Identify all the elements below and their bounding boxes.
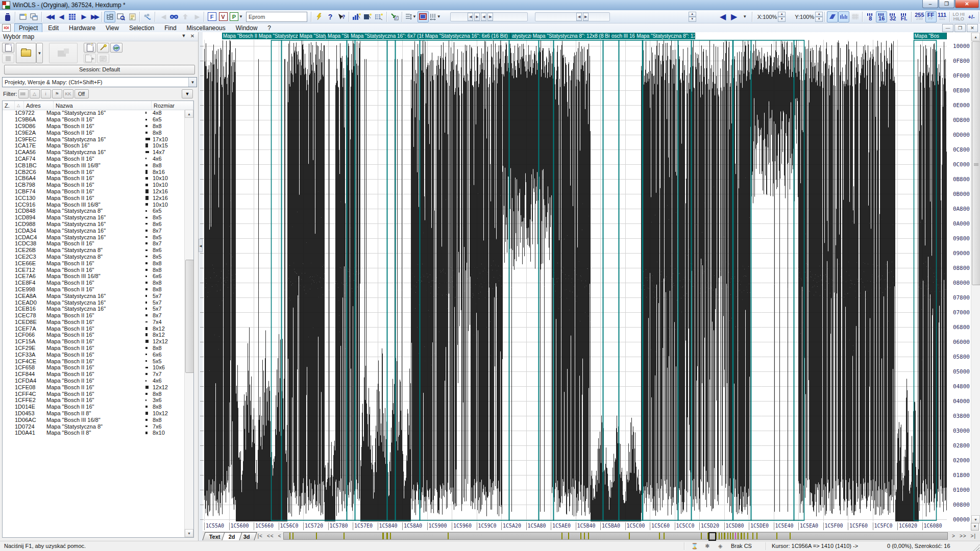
- scroll-down-icon[interactable]: ▼: [185, 529, 193, 537]
- map-list-row[interactable]: 1C9B6AMapa "Bosch II 16"6x5: [3, 116, 184, 123]
- context-help-icon[interactable]: ?: [336, 11, 347, 22]
- scope-dropdown[interactable]: Projekty, Wersje & Mapy: (Ctrl+Shift+F) …: [2, 77, 197, 87]
- map-band-segment[interactable]: Mapa "Statystyczna 16": 6x6 (16 Bit): [424, 33, 511, 39]
- map-list-row[interactable]: 1CBF74Mapa "Bosch II 16"12x16: [3, 188, 184, 195]
- list-scrollbar-thumb[interactable]: [185, 260, 194, 373]
- hexdump-view-icon[interactable]: [127, 11, 138, 22]
- eprom-input[interactable]: [247, 12, 307, 21]
- map-band-segment[interactable]: Mapa "Bosch III: [222, 33, 258, 39]
- duplicate-window-icon[interactable]: [29, 11, 40, 22]
- map-list-row[interactable]: 1CAA56Mapa "Statystyczna 16"14x7: [3, 149, 184, 156]
- vertical-scrollbar-thumb[interactable]: [972, 41, 980, 285]
- overview-view-indicator[interactable]: [708, 532, 716, 541]
- map-list-row[interactable]: 1CDA34Mapa "Statystyczna 16"8x7: [3, 227, 184, 234]
- menu-project[interactable]: Project: [14, 23, 42, 33]
- hp-maps-button[interactable]: HP: [110, 43, 122, 53]
- 2d-view-icon[interactable]: [827, 11, 838, 22]
- split-window-icon[interactable]: [418, 11, 429, 22]
- map-list-row[interactable]: 1CFDA4Mapa "Bosch II 16"4x6: [3, 378, 184, 384]
- slider-right-handle[interactable]: ▶: [583, 13, 589, 21]
- last-version-icon[interactable]: ▶▶: [89, 11, 100, 22]
- map-band-segment[interactable]: atystyczr: [511, 33, 532, 39]
- map-list-row[interactable]: 1CE2C3Mapa "Statystyczna 8"8x5: [3, 254, 184, 260]
- panel-close-icon[interactable]: ✕: [188, 33, 197, 40]
- minimize-button[interactable]: –: [922, 0, 938, 8]
- menu-find[interactable]: Find: [160, 23, 181, 33]
- row-height-icon[interactable]: ▼: [404, 11, 418, 22]
- map-list-row[interactable]: 1D06ACMapa "Bosch III 16/8"8x8: [3, 416, 184, 423]
- scroll-up-icon[interactable]: ▲: [185, 110, 193, 118]
- mdi-minimize-button[interactable]: —: [942, 24, 953, 32]
- map-list-row[interactable]: 1CB1BCMapa "Bosch III 16/8"8x8: [3, 162, 184, 168]
- map-list-row[interactable]: 1CE8F4Mapa "Bosch II 16"8x8: [3, 280, 184, 286]
- stop-button[interactable]: [2, 54, 14, 63]
- byte-order-button[interactable]: LO HIHILO: [952, 11, 966, 22]
- filter-delta-icon[interactable]: △: [30, 89, 40, 98]
- map-list-row[interactable]: 1CB798Mapa "Bosch II 16"10x10: [3, 182, 184, 188]
- map-list-row[interactable]: 1CB2C6Mapa "Bosch II 16"8x16: [3, 168, 184, 175]
- map-list-row[interactable]: 1CF15AMapa "Bosch II 16"12x12: [3, 338, 184, 345]
- menu-window[interactable]: Window: [231, 23, 262, 33]
- map-band-segment[interactable]: Mapa "Bos: [914, 33, 947, 39]
- map-list-row[interactable]: 1CD848Mapa "Statystyczna 8"6x5: [3, 208, 184, 214]
- map-list-row[interactable]: 1CF4CEMapa "Bosch II 16"5x5: [3, 358, 184, 364]
- map-band-segment[interactable]: osch III 16/8: [610, 33, 635, 39]
- scroll-down-icon[interactable]: ▼: [971, 515, 980, 523]
- forward-icon[interactable]: ▶: [191, 11, 202, 22]
- search-binoculars-icon[interactable]: [168, 11, 180, 22]
- map-properties-button[interactable]: [97, 54, 109, 63]
- project-jar-icon[interactable]: [2, 11, 13, 22]
- curve-view-icon[interactable]: [838, 11, 849, 22]
- map-list-row[interactable]: 1C9FECMapa "Statystyczna 16"17x10: [3, 136, 184, 142]
- map-list-row[interactable]: 1CE66EMapa "Bosch II 16"8x8: [3, 260, 184, 266]
- filter-f-icon[interactable]: F: [206, 11, 217, 22]
- menu-selection[interactable]: Selection: [125, 23, 159, 33]
- new-window-icon[interactable]: [17, 11, 29, 22]
- filter-flag-icon[interactable]: ⚑: [52, 89, 62, 98]
- map-wizard-dark-icon[interactable]: [362, 11, 374, 22]
- map-wizard-cancel-icon[interactable]: [374, 11, 385, 22]
- hex-view-button[interactable]: FFFF: [925, 11, 937, 22]
- close-button[interactable]: ✕: [955, 0, 979, 8]
- map-list-row[interactable]: 1CFF4CMapa "Bosch II 16"8x8: [3, 390, 184, 397]
- map-list-row[interactable]: 1CFE08Mapa "Bosch II 16"12x12: [3, 384, 184, 390]
- diff-options-icon[interactable]: ▼: [739, 11, 750, 22]
- map-band-segment[interactable]: Mapa "Statystyczna 16": 6x7 (16 E: [350, 33, 424, 39]
- map-list-row[interactable]: 1CEF7AMapa "Bosch II 16"8x12: [3, 325, 184, 332]
- map-list-row[interactable]: 1CB6A4Mapa "Bosch II 16"10x10: [3, 175, 184, 182]
- import-data-icon[interactable]: [313, 11, 325, 22]
- offset-slider[interactable]: ◀ ▶: [535, 12, 610, 21]
- next-version-icon[interactable]: ▶: [78, 11, 89, 22]
- export-map-button[interactable]: ▶: [84, 54, 96, 63]
- column-width-icon[interactable]: ▼: [429, 11, 442, 22]
- signed-button[interactable]: +/-: [966, 11, 977, 22]
- axis-options-icon[interactable]: ▼: [971, 523, 979, 531]
- slider-right-handle[interactable]: ▶: [474, 13, 480, 21]
- vertical-scrollbar[interactable]: ▲ ▼: [971, 33, 980, 523]
- export-project-icon[interactable]: F: [389, 11, 400, 22]
- map-list-row[interactable]: 1CDC38Mapa "Bosch II 16"8x7: [3, 240, 184, 247]
- nav-next-icon[interactable]: >: [952, 533, 955, 539]
- map-list-row[interactable]: 1CA17EMapa "Bosch 16"10x15: [3, 142, 184, 149]
- width-float-button[interactable]: Fl.: [898, 11, 910, 22]
- map-band-segment[interactable]: Mapa "Statystyczna 8": 12x8 (8 Bit): [532, 33, 610, 39]
- map-list-row[interactable]: 1CC916Mapa "Bosch III 16/8"10x10: [3, 201, 184, 208]
- slider-right-handle[interactable]: ▶: [487, 13, 493, 21]
- connect-icon[interactable]: [142, 11, 153, 22]
- column-nazwa[interactable]: Nazwa: [54, 101, 152, 110]
- scroll-up-icon[interactable]: ▲: [971, 33, 980, 41]
- offset-spinner[interactable]: ▲▼: [689, 12, 696, 22]
- new-project-button[interactable]: [2, 43, 14, 53]
- map-list-row[interactable]: 1D014EMapa "Bosch II 16"8x8: [3, 404, 184, 410]
- decimal-view-button[interactable]: 255255: [914, 11, 925, 22]
- map-list-row[interactable]: 1CF33AMapa "Bosch II 16"6x6: [3, 351, 184, 358]
- filter-kk-icon[interactable]: KK: [63, 89, 74, 98]
- nav-prev-icon[interactable]: <: [278, 533, 282, 539]
- preview-window-icon[interactable]: [115, 11, 127, 22]
- map-list-row[interactable]: 1CDAC4Mapa "Statystyczna 16"8x5: [3, 234, 184, 240]
- map-list-row[interactable]: 1CE998Mapa "Bosch II 16"8x8: [3, 286, 184, 293]
- map-list-row[interactable]: 1CF658Mapa "Bosch II 16"10x6: [3, 364, 184, 371]
- tab-2d[interactable]: 2d: [222, 532, 242, 540]
- map-list-row[interactable]: 1CD894Mapa "Statystyczna 16"8x5: [3, 214, 184, 221]
- prev-diff-icon[interactable]: ◀: [717, 11, 728, 22]
